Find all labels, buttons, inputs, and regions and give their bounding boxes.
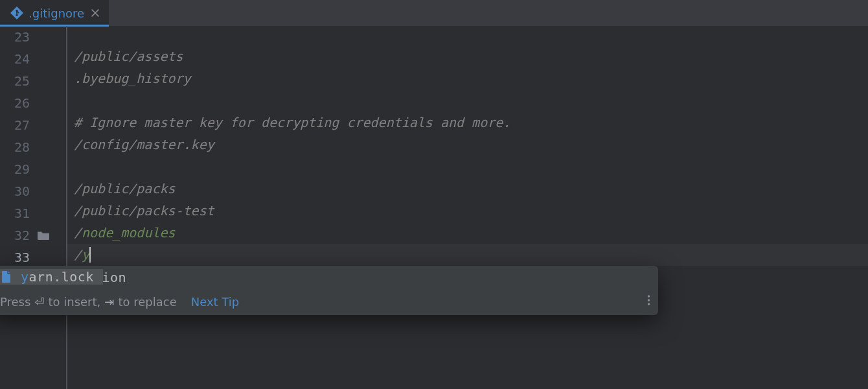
completion-more-button[interactable] bbox=[647, 294, 652, 309]
tab-filename: .gitignore bbox=[29, 6, 84, 20]
gutter-row: 33 bbox=[0, 246, 66, 268]
more-vertical-icon bbox=[647, 294, 650, 306]
code-line: /public/packs bbox=[67, 178, 868, 200]
code-area[interactable]: /public/assets.byebug_history# Ignore ma… bbox=[67, 26, 868, 389]
code-line bbox=[67, 23, 868, 45]
code-line: /public/packs-test bbox=[67, 200, 868, 222]
svg-point-8 bbox=[648, 295, 650, 297]
gutter-row: 24 bbox=[0, 48, 66, 70]
line-number: 28 bbox=[0, 139, 30, 155]
tab-key-icon: ⇥ bbox=[104, 295, 114, 309]
line-number: 32 bbox=[0, 228, 30, 243]
gutter-row: 31 bbox=[0, 202, 66, 224]
code-line: # Ignore master key for decrypting crede… bbox=[67, 112, 868, 134]
code-line: /node_modules bbox=[67, 222, 868, 244]
editor-tab-gitignore[interactable]: .gitignore bbox=[0, 0, 109, 26]
code-line bbox=[67, 89, 868, 112]
tab-close-button[interactable] bbox=[89, 7, 101, 19]
svg-point-10 bbox=[648, 303, 650, 305]
next-tip-link[interactable]: Next Tip bbox=[191, 295, 240, 309]
line-number: 31 bbox=[0, 206, 30, 221]
gutter-row: 30 bbox=[0, 180, 66, 202]
completion-item[interactable]: yarn.lock bbox=[0, 269, 103, 285]
completion-popup[interactable]: yarn.lock.ruby-version Press ⏎ to insert… bbox=[0, 266, 658, 315]
svg-point-2 bbox=[16, 14, 17, 16]
gutter-row: 27 bbox=[0, 114, 66, 136]
code-line: .byebug_history bbox=[67, 67, 868, 89]
code-line: /y bbox=[67, 244, 868, 266]
gutter-row: 29 bbox=[0, 158, 66, 180]
git-icon bbox=[10, 6, 23, 19]
line-number: 30 bbox=[0, 183, 30, 199]
gutter-row: 32 bbox=[0, 224, 66, 246]
code-line: /public/assets bbox=[67, 45, 868, 67]
file-icon bbox=[0, 270, 13, 283]
code-line: /config/master.key bbox=[67, 134, 868, 156]
svg-point-9 bbox=[648, 299, 650, 301]
line-number: 24 bbox=[0, 51, 30, 67]
completion-label: yarn.lock bbox=[21, 269, 94, 285]
line-number: 29 bbox=[0, 161, 30, 177]
gutter-row: 26 bbox=[0, 92, 66, 114]
line-number: 33 bbox=[0, 250, 30, 265]
line-number: 23 bbox=[0, 29, 30, 45]
text-caret bbox=[89, 247, 91, 263]
close-icon bbox=[91, 9, 99, 17]
gutter-row: 28 bbox=[0, 136, 66, 158]
line-number: 27 bbox=[0, 117, 30, 133]
completion-hint: Press ⏎ to insert, ⇥ to replace Next Tip bbox=[0, 289, 658, 315]
code-line bbox=[67, 156, 868, 178]
line-number: 26 bbox=[0, 95, 30, 111]
line-number: 25 bbox=[0, 73, 30, 89]
folder-icon bbox=[37, 230, 50, 241]
enter-key-icon: ⏎ bbox=[34, 295, 44, 309]
tab-bar: .gitignore bbox=[0, 0, 868, 26]
gutter-row: 23 bbox=[0, 26, 66, 48]
code-editor[interactable]: 232425262728293031323334 /public/assets.… bbox=[0, 26, 868, 389]
line-number-gutter: 232425262728293031323334 bbox=[0, 26, 67, 389]
gutter-row: 25 bbox=[0, 70, 66, 92]
